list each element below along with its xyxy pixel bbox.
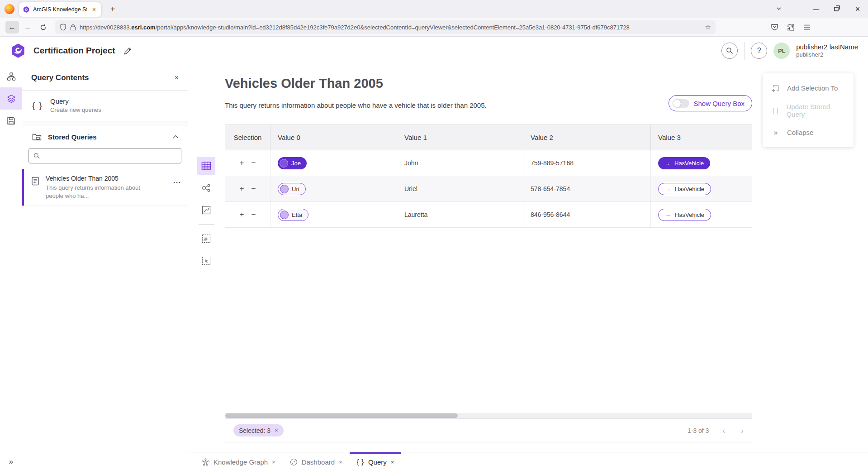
rail-expand-icon[interactable]: » <box>0 457 22 466</box>
tab-list-chevron-icon[interactable] <box>776 5 782 12</box>
tab-dashboard[interactable]: Dashboard × <box>283 452 350 470</box>
item-options-icon[interactable]: ··· <box>173 178 181 186</box>
entity-circle-icon <box>280 159 288 168</box>
add-selection-icon[interactable]: + <box>240 184 244 193</box>
query-contents-panel: Query Contents × { } Query Create new qu… <box>22 65 188 470</box>
sidebar-item-layers[interactable] <box>0 87 22 110</box>
select-box-button[interactable] <box>197 252 215 270</box>
column-header[interactable]: Value 1 <box>397 125 523 150</box>
cell-value: 759-889-57168 <box>531 159 574 167</box>
menu-item-update-stored-query[interactable]: { } Update Stored Query <box>763 99 854 121</box>
collapse-chevron-icon[interactable] <box>173 135 179 139</box>
panel-close-icon[interactable]: × <box>175 74 179 82</box>
menu-item-add-selection-to[interactable]: Add Selection To <box>763 77 854 99</box>
column-header[interactable]: Value 0 <box>270 125 397 150</box>
back-button[interactable]: ← <box>5 21 19 34</box>
lock-icon[interactable] <box>70 24 76 31</box>
menu-hamburger-icon[interactable] <box>800 21 814 34</box>
entity-circle-icon <box>280 211 289 219</box>
reload-button[interactable] <box>36 21 50 34</box>
window-restore-button[interactable] <box>826 5 847 13</box>
entity-pill[interactable]: Uri <box>278 183 306 195</box>
edit-pencil-icon[interactable] <box>123 47 132 55</box>
user-avatar[interactable]: PL <box>773 43 790 59</box>
user-subtitle: publisher2 <box>796 51 858 58</box>
clear-selection-icon[interactable]: × <box>275 427 278 434</box>
window-close-button[interactable]: × <box>847 5 868 14</box>
project-title: Certification Project <box>33 46 115 56</box>
column-header[interactable]: Value 3 <box>651 125 752 150</box>
stored-query-item[interactable]: Vehicles Older Than 2005 This query retu… <box>22 169 188 206</box>
cell-value: Uriel <box>404 185 417 192</box>
add-selection-icon[interactable]: + <box>240 158 244 168</box>
arcgis-favicon <box>23 6 30 13</box>
query-create-item[interactable]: { } Query Create new queries <box>22 91 188 121</box>
relationship-pill[interactable]: →HasVehicle <box>658 183 711 195</box>
show-query-box-toggle[interactable]: Show Query Box <box>669 95 752 111</box>
selected-indicator <box>22 169 24 206</box>
tab-close-icon[interactable]: × <box>391 459 394 465</box>
tab-title: ArcGIS Knowledge Studio <box>33 6 87 13</box>
page-description: This query returns information about peo… <box>225 101 487 109</box>
add-selection-icon[interactable]: + <box>240 210 244 219</box>
header-divider <box>744 42 745 60</box>
stored-queries-search[interactable] <box>28 148 181 163</box>
context-menu: Add Selection To { } Update Stored Query… <box>763 73 854 147</box>
new-tab-button[interactable]: + <box>108 5 118 14</box>
column-header[interactable]: Value 2 <box>523 125 651 150</box>
section-divider <box>22 121 188 125</box>
map-selection-button[interactable] <box>197 230 215 248</box>
search-input[interactable] <box>43 152 176 159</box>
link-chart-button[interactable] <box>197 179 215 197</box>
selected-count-chip[interactable]: Selected: 3 × <box>233 424 284 436</box>
cell-value: John <box>404 159 418 167</box>
arrow-icon: → <box>665 186 671 192</box>
scrollbar-thumb[interactable] <box>225 413 458 418</box>
cell-value: Lauretta <box>404 211 427 218</box>
tab-close-icon[interactable]: × <box>339 459 342 465</box>
table-row[interactable]: +− Etta Lauretta 846-956-8644 →HasVehicl… <box>225 202 752 228</box>
forward-button[interactable]: → <box>21 21 34 34</box>
braces-icon: { } <box>32 101 43 110</box>
firefox-icon[interactable] <box>5 4 14 14</box>
pocket-icon[interactable] <box>767 21 782 34</box>
extensions-puzzle-icon[interactable] <box>783 21 798 34</box>
toggle-knob <box>673 100 681 107</box>
help-button[interactable]: ? <box>751 43 767 59</box>
next-page-icon[interactable]: › <box>741 426 744 435</box>
tab-query[interactable]: { } Query × <box>350 452 402 470</box>
tab-close-icon[interactable]: × <box>90 5 98 14</box>
user-info[interactable]: publisher2 lastName publisher2 <box>796 43 858 59</box>
horizontal-scrollbar[interactable] <box>225 413 752 418</box>
panel-title: Query Contents <box>31 73 175 82</box>
browser-tab[interactable]: ArcGIS Knowledge Studio × <box>19 2 101 17</box>
table-view-button[interactable] <box>197 157 215 175</box>
entity-pill[interactable]: Etta <box>278 209 308 221</box>
tab-close-icon[interactable]: × <box>272 459 275 465</box>
entity-pill[interactable]: Joe <box>278 157 307 169</box>
search-button[interactable] <box>721 43 738 59</box>
tab-knowledge-graph[interactable]: Knowledge Graph × <box>194 452 283 470</box>
sidebar-item-save[interactable] <box>0 110 22 132</box>
relationship-pill[interactable]: →HasVehicle <box>658 209 711 221</box>
relationship-pill[interactable]: →HasVehicle <box>658 157 710 169</box>
cell-value: 578-654-7854 <box>531 185 570 192</box>
window-minimize-button[interactable]: — <box>806 5 826 13</box>
cell-value: 846-956-8644 <box>531 211 570 218</box>
bookmark-star-icon[interactable]: ☆ <box>705 23 711 31</box>
remove-selection-icon[interactable]: − <box>251 184 256 193</box>
user-name: publisher2 lastName <box>796 43 858 52</box>
column-header[interactable]: Selection <box>225 125 270 150</box>
chart-view-button[interactable] <box>197 201 215 219</box>
results-table: Selection Value 0 Value 1 Value 2 Value … <box>225 125 752 442</box>
remove-selection-icon[interactable]: − <box>251 158 256 168</box>
tracking-shield-icon[interactable] <box>60 24 66 31</box>
remove-selection-icon[interactable]: − <box>251 210 256 219</box>
table-row[interactable]: +− Uri Uriel 578-654-7854 →HasVehicle <box>225 176 752 202</box>
menu-item-collapse[interactable]: » Collapse <box>763 121 854 144</box>
sidebar-item-contents[interactable] <box>0 65 22 87</box>
table-row[interactable]: +− Joe John 759-889-57168 →HasVehicle <box>225 150 752 176</box>
previous-page-icon[interactable]: ‹ <box>722 426 725 435</box>
toggle-track[interactable] <box>673 99 689 108</box>
url-bar[interactable]: https://dev0028833.esri.com/portal/apps/… <box>55 20 716 34</box>
